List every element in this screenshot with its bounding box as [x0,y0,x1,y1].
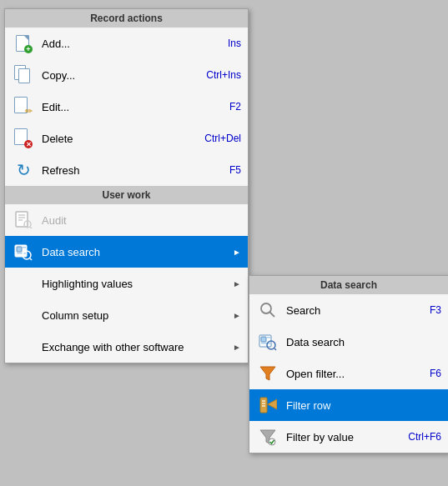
svg-marker-22 [268,399,277,409]
copy-icon [12,63,35,87]
submenu-datasearch-label: Data search [286,336,441,348]
menu-item-delete-shortcut: Ctrl+Del [204,133,241,144]
svg-rect-6 [17,253,26,254]
svg-rect-18 [260,398,267,413]
menu-item-audit-label: Audit [42,214,241,227]
menu-item-add-shortcut: Ins [228,38,241,49]
submenu-search-shortcut: F3 [430,304,441,316]
audit-icon [12,208,35,232]
submenu-item-search[interactable]: Search F3 [249,294,448,326]
refresh-icon: ↻ [12,158,35,182]
svg-rect-4 [17,247,22,252]
svg-line-16 [274,348,276,350]
submenu-datasearch-icon [256,330,279,353]
submenu-filterrow-icon [256,393,279,417]
exchange-submenu-arrow: ► [233,343,241,352]
submenu-openfilter-label: Open filter... [286,368,430,380]
svg-line-2 [30,227,32,228]
svg-line-10 [270,313,275,318]
menu-item-highlighting[interactable]: Highlighting values ► [5,268,248,299]
menu-item-columnsetup[interactable]: Column setup ► [5,299,248,331]
record-actions-menu: Record actions + Add... Ins Copy... Ctrl… [4,8,249,363]
svg-rect-0 [16,212,28,227]
menu-item-datasearch-label: Data search [42,246,229,258]
menu-item-delete-label: Delete [42,133,204,145]
datasearch-submenu-arrow: ► [233,248,241,257]
menu-item-refresh-label: Refresh [42,164,229,177]
menu-item-copy-shortcut: Ctrl+Ins [206,69,241,81]
menu-item-datasearch[interactable]: Data search ► [5,236,248,268]
submenu-filterbyvalue-label: Filter by value [286,431,408,443]
context-menu: Record actions + Add... Ins Copy... Ctrl… [4,8,249,363]
submenu-header: Data search [249,276,448,294]
menu-item-exchange[interactable]: Exchange with other software ► [5,331,248,363]
menu-item-refresh-shortcut: F5 [229,164,241,176]
svg-point-24 [269,438,275,445]
submenu-search-icon [256,298,279,322]
menu-item-add-label: Add... [42,38,228,50]
svg-rect-12 [261,337,266,342]
record-actions-header: Record actions [5,9,248,28]
menu-item-audit[interactable]: Audit [5,204,248,236]
menu-item-edit[interactable]: ✏ Edit... F2 [5,91,248,123]
submenu-filterrow-label: Filter row [286,399,441,412]
menu-item-highlighting-label: Highlighting values [42,278,229,290]
add-icon: + [12,32,35,55]
menu-item-refresh[interactable]: ↻ Refresh F5 [5,154,248,186]
menu-item-delete[interactable]: ✕ Delete Ctrl+Del [5,123,248,154]
submenu-item-datasearch[interactable]: Data search [249,326,448,358]
submenu-item-openfilter[interactable]: Open filter... F6 [249,358,448,389]
submenu-filter-icon [256,362,279,385]
columnsetup-submenu-arrow: ► [233,311,241,320]
submenu-item-filterbyvalue[interactable]: Filter by value Ctrl+F6 [249,421,448,453]
columnsetup-icon [12,303,35,327]
menu-item-copy[interactable]: Copy... Ctrl+Ins [5,59,248,91]
menu-item-edit-label: Edit... [42,101,229,113]
submenu-filterbyvalue-shortcut: Ctrl+F6 [408,431,441,443]
edit-icon: ✏ [12,95,35,118]
delete-icon: ✕ [12,127,35,150]
highlighting-submenu-arrow: ► [233,279,241,288]
exchange-icon [12,335,35,358]
submenu-item-filterrow[interactable]: Filter row [249,389,448,421]
menu-item-copy-label: Copy... [42,69,206,82]
submenu-search-label: Search [286,304,430,317]
highlighting-icon [12,272,35,295]
svg-line-8 [30,258,32,260]
datasearch-submenu: Data search Search F3 [249,275,448,453]
svg-marker-17 [260,367,275,380]
menu-item-columnsetup-label: Column setup [42,309,229,322]
svg-point-9 [261,303,271,313]
svg-rect-13 [267,337,270,338]
user-work-header: User work [5,186,248,204]
menu-item-add[interactable]: + Add... Ins [5,28,248,59]
svg-rect-5 [23,247,26,248]
svg-rect-14 [261,343,270,344]
menu-item-edit-shortcut: F2 [229,101,241,113]
datasearch-menu-icon [12,240,35,263]
submenu-filterbyvalue-icon [256,425,279,448]
submenu-openfilter-shortcut: F6 [430,368,441,379]
menu-item-exchange-label: Exchange with other software [42,341,229,353]
